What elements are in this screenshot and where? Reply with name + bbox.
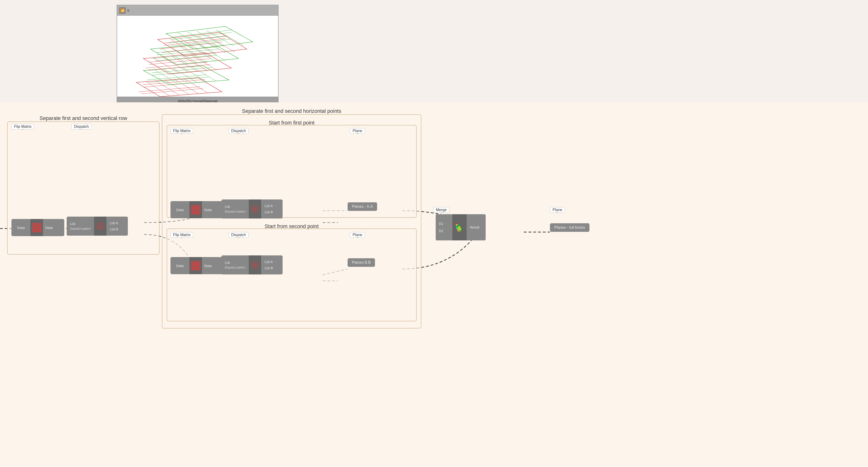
- data-node-1-left-label: Data: [17, 226, 25, 230]
- dispatch-node-3-icon: [249, 255, 261, 275]
- data-node-1-left: Data: [11, 219, 30, 236]
- svg-line-19: [152, 68, 211, 73]
- data-node-3-left: Data: [170, 257, 189, 274]
- merge-node-left: D1 D2: [436, 214, 452, 240]
- svg-marker-0: [136, 77, 222, 97]
- dispatch-node-1-icon: [94, 217, 106, 236]
- flip-matrix-icon-1: [32, 223, 41, 232]
- data-node-2: Data Data: [170, 201, 223, 218]
- dispatch-node-1-left: List Dispatch pattern: [67, 217, 94, 236]
- dispatch-tooltip-3: Dispatch: [228, 232, 249, 238]
- svg-line-3: [165, 80, 189, 94]
- svg-line-26: [146, 62, 208, 68]
- planes-bb-node: Planes B.B: [348, 258, 375, 267]
- plane-tooltip-1: Plane: [350, 128, 365, 134]
- dispatch-node-2-right: List A List B: [261, 199, 283, 218]
- preview-icon: 📶: [119, 7, 126, 14]
- dispatch-node-2-left: List Dispatch pattern: [221, 199, 249, 218]
- svg-line-4: [174, 79, 198, 94]
- dispatch-node-3-left: List Dispatch pattern: [221, 255, 249, 275]
- preview-visualization: [117, 16, 278, 97]
- flip-matrix-icon-2: [191, 205, 200, 214]
- svg-marker-10: [143, 66, 229, 85]
- dispatch-node-3-right: List A List B: [261, 255, 283, 275]
- merge-bird-icon: 🦜: [455, 223, 464, 232]
- dispatch-node-2-icon: [249, 199, 261, 218]
- planes-aa-node: Planes - A.A: [348, 202, 377, 211]
- plane-tooltip-3: Plane: [550, 207, 565, 213]
- preview-title: S: [127, 8, 129, 12]
- dispatch-node-1-right: List A List B: [106, 217, 128, 236]
- flip-matrix-icon-3: [191, 261, 200, 270]
- flip-matrix-tooltip-3: Flip Matrix: [170, 232, 193, 238]
- svg-line-7: [141, 89, 203, 94]
- svg-line-5: [184, 79, 208, 93]
- planes-bb-label: Planes B.B: [352, 260, 371, 265]
- flip-matrix-tooltip-1: Flip Matrix: [11, 124, 34, 129]
- svg-line-31: [161, 48, 187, 64]
- dispatch-node-1-listb: List B: [110, 227, 125, 231]
- data-node-3-icon: [189, 257, 202, 274]
- svg-line-17: [149, 77, 209, 82]
- dispatch-node-1-list: List: [70, 222, 91, 226]
- dispatch-node-2: List Dispatch pattern List A List B: [221, 199, 283, 218]
- data-node-3: Data Data: [170, 257, 223, 274]
- data-node-1-icon: [30, 219, 43, 236]
- data-node-1-right: Data: [43, 219, 64, 236]
- plane-tooltip-2: Plane: [350, 232, 365, 238]
- data-node-1-right-label: Data: [45, 226, 62, 230]
- dispatch-tooltip-1: Dispatch: [71, 124, 91, 129]
- data-node-2-left: Data: [170, 201, 189, 218]
- outer-group-label: Separate first and second vertical row: [39, 115, 127, 121]
- dispatch-node-1-lista: List A: [110, 221, 125, 225]
- flip-matrix-tooltip-2: Flip Matrix: [170, 128, 193, 134]
- data-node-2-right: Data: [202, 201, 223, 218]
- preview-window: 📶 S: [117, 5, 279, 106]
- second-point-group: Start from second point: [167, 228, 416, 321]
- merge-d1: D1: [439, 222, 449, 226]
- merge-node-right: Result: [467, 214, 486, 240]
- preview-content: [117, 16, 278, 97]
- svg-line-56: [168, 36, 228, 43]
- svg-line-55: [216, 30, 243, 45]
- second-point-label: Start from second point: [265, 223, 318, 229]
- inner-group-label: Separate first and second horizontal poi…: [242, 108, 341, 114]
- dispatch-node-1-pattern: Dispatch pattern: [70, 227, 91, 230]
- planes-aa-label: Planes - A.A: [352, 205, 373, 209]
- merge-result: Result: [470, 225, 482, 229]
- data-node-2-icon: [189, 201, 202, 218]
- first-point-label: Start from first point: [269, 120, 314, 126]
- dispatch-node-1: List Dispatch pattern List A List B: [67, 217, 128, 236]
- data-node-1: Data: [11, 219, 64, 236]
- svg-line-22: [162, 57, 189, 72]
- data-node-3-right: Data: [202, 257, 223, 274]
- planes-full-label: Planes - full bricks: [554, 225, 585, 230]
- merge-icon: 🦜: [452, 214, 467, 240]
- planes-full-node: Planes - full bricks: [550, 223, 589, 232]
- dispatch-node-3: List Dispatch pattern List A List B: [221, 255, 283, 275]
- merge-node: D1 D2 🦜 Result: [436, 214, 486, 240]
- dispatch-tooltip-2: Dispatch: [228, 128, 249, 134]
- merge-tooltip: Merge: [433, 207, 449, 213]
- dispatch-icon-1: [97, 223, 103, 229]
- svg-line-38: [156, 49, 218, 55]
- svg-line-27: [148, 64, 210, 70]
- preview-titlebar: 📶 S: [117, 5, 278, 16]
- canvas-area: Separate first and second vertical row F…: [0, 102, 868, 467]
- merge-d2: D2: [439, 229, 449, 233]
